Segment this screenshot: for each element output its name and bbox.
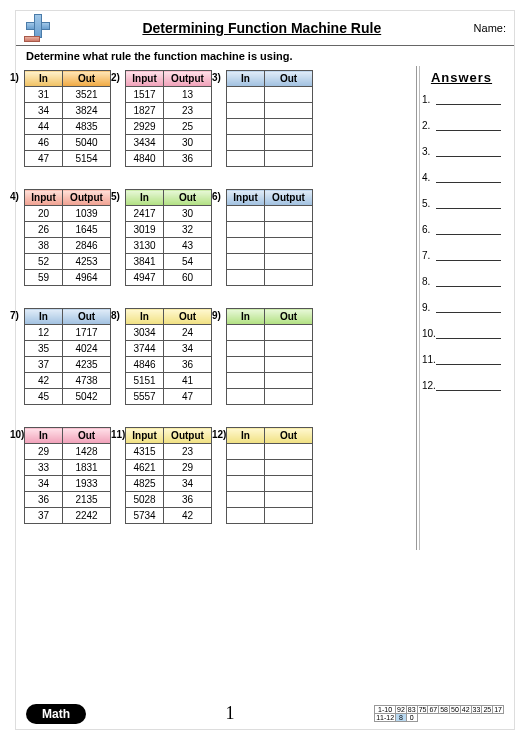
cell-out: 5154 xyxy=(63,151,111,167)
answer-blank[interactable] xyxy=(436,301,501,313)
cell-out xyxy=(265,254,313,270)
table-row: 313043 xyxy=(126,238,212,254)
table-block: 1)InOut313521343824444835465040475154 xyxy=(24,70,111,167)
cell-out: 3824 xyxy=(63,103,111,119)
function-table: InOut313521343824444835465040475154 xyxy=(24,70,111,167)
col-header-in: In xyxy=(227,71,265,87)
score-cell: 75 xyxy=(417,706,428,714)
cell-in: 26 xyxy=(25,222,63,238)
score-cell: 83 xyxy=(406,706,417,714)
score-row: 1-1092837567585042332517 xyxy=(375,706,504,714)
cell-out xyxy=(265,325,313,341)
function-table: InputOutput20103926164538284652425359496… xyxy=(24,189,111,286)
cell-out: 25 xyxy=(164,119,212,135)
table-number: 7) xyxy=(10,310,19,321)
cell-in: 44 xyxy=(25,119,63,135)
cell-in: 4621 xyxy=(126,460,164,476)
table-row: 384154 xyxy=(126,254,212,270)
cell-out: 1831 xyxy=(63,460,111,476)
table-row xyxy=(227,222,313,238)
score-cell: 17 xyxy=(493,706,504,714)
col-header-in: In xyxy=(25,309,63,325)
cell-out xyxy=(265,492,313,508)
cell-in xyxy=(227,492,265,508)
cell-in xyxy=(227,270,265,286)
table-number: 5) xyxy=(111,191,120,202)
table-block: 12)InOut xyxy=(226,427,313,524)
table-row: 374434 xyxy=(126,341,212,357)
answer-blank[interactable] xyxy=(436,145,501,157)
col-header-in: In xyxy=(227,309,265,325)
cell-out: 23 xyxy=(164,444,212,460)
col-header-out: Out xyxy=(265,71,313,87)
answer-blank[interactable] xyxy=(436,93,501,105)
answer-blank[interactable] xyxy=(436,327,501,339)
table-block: 8)InOut303424374434484636515141555747 xyxy=(125,308,212,405)
cell-in: 42 xyxy=(25,373,63,389)
table-block: 2)InputOutput151713182723292925343430484… xyxy=(125,70,212,167)
col-header-in: Input xyxy=(25,190,63,206)
answer-blank[interactable] xyxy=(436,119,501,131)
answer-blank[interactable] xyxy=(436,197,501,209)
cell-out: 5042 xyxy=(63,389,111,405)
table-row: 182723 xyxy=(126,103,212,119)
table-block: 5)InOut241730301932313043384154494760 xyxy=(125,189,212,286)
table-row: 362135 xyxy=(25,492,111,508)
answer-line: 9. xyxy=(422,301,501,313)
function-table: InputOutput15171318272329292534343048403… xyxy=(125,70,212,167)
cell-in: 38 xyxy=(25,238,63,254)
answer-blank[interactable] xyxy=(436,379,501,391)
tables-area: 1)InOut3135213438244448354650404751542)I… xyxy=(16,66,416,550)
cell-out: 4235 xyxy=(63,357,111,373)
cell-in xyxy=(227,87,265,103)
cell-out: 47 xyxy=(164,389,212,405)
table-number: 9) xyxy=(212,310,221,321)
table-row xyxy=(227,151,313,167)
cell-out: 24 xyxy=(164,325,212,341)
cell-out: 2135 xyxy=(63,492,111,508)
col-header-out: Out xyxy=(265,309,313,325)
answers-heading: Answers xyxy=(422,70,501,85)
cell-out: 29 xyxy=(164,460,212,476)
score-table: 1-109283756758504233251711-1280 xyxy=(374,705,504,722)
table-row: 431523 xyxy=(126,444,212,460)
table-row: 331831 xyxy=(25,460,111,476)
answer-blank[interactable] xyxy=(436,353,501,365)
page-number: 1 xyxy=(86,703,374,724)
table-row: 261645 xyxy=(25,222,111,238)
cell-out: 30 xyxy=(164,206,212,222)
answer-line: 8. xyxy=(422,275,501,287)
score-label: 11-12 xyxy=(375,714,396,722)
cell-in: 4947 xyxy=(126,270,164,286)
cell-in xyxy=(227,206,265,222)
cell-in: 34 xyxy=(25,103,63,119)
col-header-in: In xyxy=(25,428,63,444)
table-row: 313521 xyxy=(25,87,111,103)
cell-in: 4825 xyxy=(126,476,164,492)
table-row xyxy=(227,325,313,341)
answer-blank[interactable] xyxy=(436,249,501,261)
answer-blank[interactable] xyxy=(436,223,501,235)
answer-number: 5. xyxy=(422,198,436,209)
answer-line: 11. xyxy=(422,353,501,365)
cell-in xyxy=(227,254,265,270)
cell-out: 34 xyxy=(164,476,212,492)
cell-out: 4738 xyxy=(63,373,111,389)
table-row xyxy=(227,254,313,270)
cell-out xyxy=(265,270,313,286)
function-table: InOut xyxy=(226,427,313,524)
page-title: Determining Function Machine Rule xyxy=(60,20,464,36)
cell-in: 3034 xyxy=(126,325,164,341)
cell-out: 54 xyxy=(164,254,212,270)
cell-in: 47 xyxy=(25,151,63,167)
cell-out: 42 xyxy=(164,508,212,524)
cell-out: 1428 xyxy=(63,444,111,460)
cell-in xyxy=(227,119,265,135)
answer-blank[interactable] xyxy=(436,275,501,287)
cell-out: 2846 xyxy=(63,238,111,254)
score-cell: 42 xyxy=(460,706,471,714)
cell-in xyxy=(227,341,265,357)
answer-blank[interactable] xyxy=(436,171,501,183)
cell-in: 52 xyxy=(25,254,63,270)
table-row: 121717 xyxy=(25,325,111,341)
